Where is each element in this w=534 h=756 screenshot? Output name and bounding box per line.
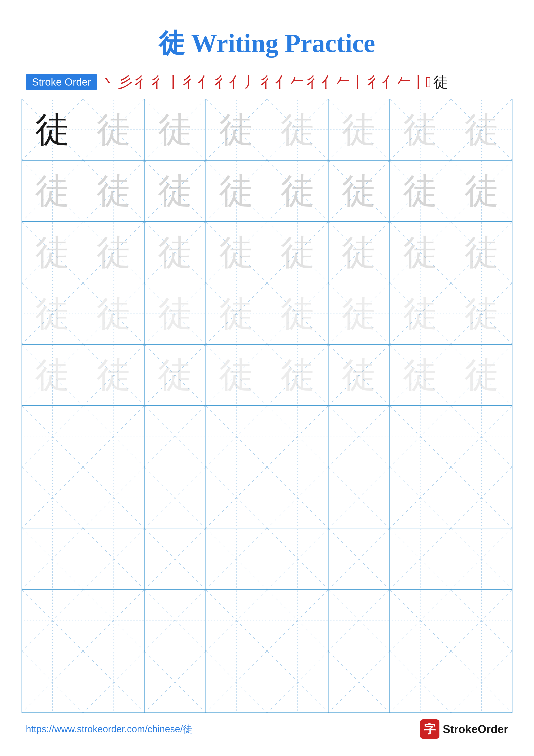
grid-cell-1-3[interactable]: 徒 — [206, 161, 267, 222]
grid-cell-4-0[interactable]: 徒 — [22, 345, 83, 406]
grid-cell-6-2[interactable] — [144, 467, 206, 528]
grid-cell-5-7[interactable] — [451, 406, 512, 467]
grid-cell-4-2[interactable]: 徒 — [144, 345, 206, 406]
grid-cell-1-0[interactable]: 徒 — [22, 161, 83, 222]
grid-row-3[interactable]: 徒 徒 徒 徒 徒 徒 徒 徒 — [22, 283, 512, 345]
grid-cell-2-0[interactable]: 徒 — [22, 222, 83, 283]
grid-cell-8-3[interactable] — [206, 590, 267, 651]
grid-cell-8-4[interactable] — [267, 590, 329, 651]
grid-row-4[interactable]: 徒 徒 徒 徒 徒 徒 徒 徒 — [22, 345, 512, 406]
grid-cell-1-6[interactable]: 徒 — [390, 161, 451, 222]
grid-cell-6-5[interactable] — [328, 467, 390, 528]
svg-line-136 — [267, 590, 328, 651]
grid-cell-5-6[interactable] — [390, 406, 451, 467]
grid-cell-4-4[interactable]: 徒 — [267, 345, 329, 406]
grid-cell-8-2[interactable] — [144, 590, 206, 651]
grid-cell-8-5[interactable] — [328, 590, 390, 651]
grid-cell-6-3[interactable] — [206, 467, 267, 528]
grid-cell-9-7[interactable] — [451, 651, 512, 713]
grid-cell-1-4[interactable]: 徒 — [267, 161, 329, 222]
grid-row-6[interactable] — [22, 467, 512, 528]
grid-cell-2-3[interactable]: 徒 — [206, 222, 267, 283]
grid-cell-2-5[interactable]: 徒 — [328, 222, 390, 283]
grid-cell-5-0[interactable] — [22, 406, 83, 467]
grid-cell-3-4[interactable]: 徒 — [267, 283, 329, 345]
grid-cell-8-6[interactable] — [390, 590, 451, 651]
grid-cell-2-1[interactable]: 徒 — [83, 222, 145, 283]
grid-cell-6-0[interactable] — [22, 467, 83, 528]
svg-line-129 — [22, 590, 83, 651]
grid-cell-0-3[interactable]: 徒 — [206, 99, 267, 161]
grid-cell-8-0[interactable] — [22, 590, 83, 651]
grid-cell-5-1[interactable] — [83, 406, 145, 467]
grid-cell-5-5[interactable] — [328, 406, 390, 467]
grid-cell-3-3[interactable]: 徒 — [206, 283, 267, 345]
grid-cell-2-7[interactable]: 徒 — [451, 222, 512, 283]
grid-cell-6-1[interactable] — [83, 467, 145, 528]
grid-cell-7-5[interactable] — [328, 528, 390, 590]
grid-cell-3-0[interactable]: 徒 — [22, 283, 83, 345]
svg-line-96 — [22, 467, 83, 528]
grid-cell-2-6[interactable]: 徒 — [390, 222, 451, 283]
grid-cell-9-0[interactable] — [22, 651, 83, 713]
practice-character: 徒 — [35, 174, 69, 208]
grid-cell-7-4[interactable] — [267, 528, 329, 590]
grid-cell-7-6[interactable] — [390, 528, 451, 590]
grid-cell-3-7[interactable]: 徒 — [451, 283, 512, 345]
grid-cell-0-6[interactable]: 徒 — [390, 99, 451, 161]
grid-cell-9-5[interactable] — [328, 651, 390, 713]
grid-cell-0-5[interactable]: 徒 — [328, 99, 390, 161]
grid-cell-4-1[interactable]: 徒 — [83, 345, 145, 406]
grid-row-9[interactable] — [22, 651, 512, 713]
grid-cell-6-4[interactable] — [267, 467, 329, 528]
grid-cell-1-1[interactable]: 徒 — [83, 161, 145, 222]
grid-cell-7-3[interactable] — [206, 528, 267, 590]
grid-cell-3-5[interactable]: 徒 — [328, 283, 390, 345]
grid-cell-8-7[interactable] — [451, 590, 512, 651]
grid-cell-9-6[interactable] — [390, 651, 451, 713]
grid-row-2[interactable]: 徒 徒 徒 徒 徒 徒 徒 徒 — [22, 222, 512, 283]
grid-cell-3-6[interactable]: 徒 — [390, 283, 451, 345]
svg-line-121 — [267, 528, 328, 589]
practice-character: 徒 — [219, 112, 254, 147]
grid-cell-0-7[interactable]: 徒 — [451, 99, 512, 161]
svg-line-144 — [22, 651, 83, 713]
grid-cell-8-1[interactable] — [83, 590, 145, 651]
practice-character: 徒 — [280, 235, 315, 270]
grid-cell-0-4[interactable]: 徒 — [267, 99, 329, 161]
grid-cell-5-4[interactable] — [267, 406, 329, 467]
practice-character: 徒 — [465, 235, 499, 270]
writing-grid[interactable]: 徒 徒 徒 徒 徒 徒 徒 徒 徒 徒 — [21, 99, 513, 713]
grid-cell-9-2[interactable] — [144, 651, 206, 713]
grid-cell-3-2[interactable]: 徒 — [144, 283, 206, 345]
grid-cell-1-7[interactable]: 徒 — [451, 161, 512, 222]
grid-row-0[interactable]: 徒 徒 徒 徒 徒 徒 徒 徒 — [22, 99, 512, 161]
grid-cell-9-4[interactable] — [267, 651, 329, 713]
grid-cell-6-7[interactable] — [451, 467, 512, 528]
grid-cell-5-2[interactable] — [144, 406, 206, 467]
grid-cell-7-2[interactable] — [144, 528, 206, 590]
grid-cell-2-2[interactable]: 徒 — [144, 222, 206, 283]
grid-cell-7-1[interactable] — [83, 528, 145, 590]
grid-cell-4-5[interactable]: 徒 — [328, 345, 390, 406]
grid-cell-1-5[interactable]: 徒 — [328, 161, 390, 222]
grid-cell-2-4[interactable]: 徒 — [267, 222, 329, 283]
grid-cell-3-1[interactable]: 徒 — [83, 283, 145, 345]
grid-cell-4-3[interactable]: 徒 — [206, 345, 267, 406]
grid-cell-4-7[interactable]: 徒 — [451, 345, 512, 406]
grid-cell-7-0[interactable] — [22, 528, 83, 590]
grid-cell-4-6[interactable]: 徒 — [390, 345, 451, 406]
grid-cell-5-3[interactable] — [206, 406, 267, 467]
grid-row-8[interactable] — [22, 590, 512, 651]
grid-cell-0-2[interactable]: 徒 — [144, 99, 206, 161]
grid-row-7[interactable] — [22, 528, 512, 590]
grid-row-1[interactable]: 徒 徒 徒 徒 徒 徒 徒 徒 — [22, 161, 512, 222]
grid-cell-7-7[interactable] — [451, 528, 512, 590]
grid-cell-1-2[interactable]: 徒 — [144, 161, 206, 222]
grid-cell-6-6[interactable] — [390, 467, 451, 528]
grid-row-5[interactable] — [22, 406, 512, 467]
grid-cell-0-0[interactable]: 徒 — [22, 99, 83, 161]
grid-cell-9-3[interactable] — [206, 651, 267, 713]
grid-cell-9-1[interactable] — [83, 651, 145, 713]
grid-cell-0-1[interactable]: 徒 — [83, 99, 145, 161]
